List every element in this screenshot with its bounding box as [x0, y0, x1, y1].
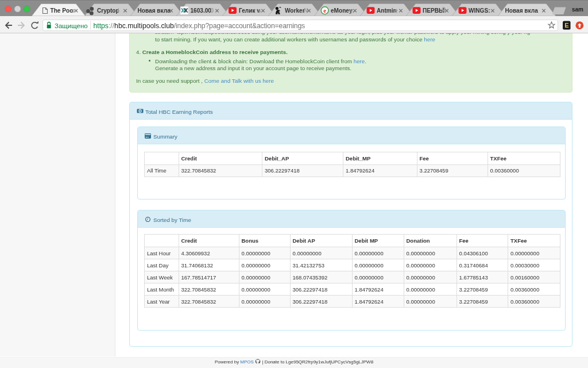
svg-text:e: e — [323, 7, 326, 14]
svg-text:0: 0 — [211, 7, 214, 14]
svg-text:Й: Й — [442, 7, 446, 14]
svg-text:N: N — [304, 7, 308, 14]
svg-text:Worker: Worker — [285, 7, 305, 14]
svg-text:Новая вкла: Новая вкла — [505, 7, 539, 14]
svg-text:sam: sam — [572, 6, 583, 13]
svg-text:Antmin: Antmin — [377, 7, 397, 14]
svg-text:1603.00: 1603.00 — [191, 7, 212, 14]
svg-text:y.: y. — [350, 7, 354, 14]
svg-text:o: o — [71, 7, 75, 14]
svg-text:Cryptop: Cryptop — [97, 7, 119, 14]
svg-text:The Poo: The Poo — [51, 7, 74, 14]
svg-text:WINGS:: WINGS: — [469, 7, 490, 14]
svg-text:i: i — [118, 7, 119, 14]
svg-text:s: s — [258, 7, 261, 14]
svg-text:e: e — [394, 7, 398, 14]
svg-text:Гелик v: Гелик v — [239, 7, 260, 14]
svg-text:E: E — [564, 22, 568, 29]
svg-text:Новая вкла: Новая вкла — [138, 7, 171, 14]
